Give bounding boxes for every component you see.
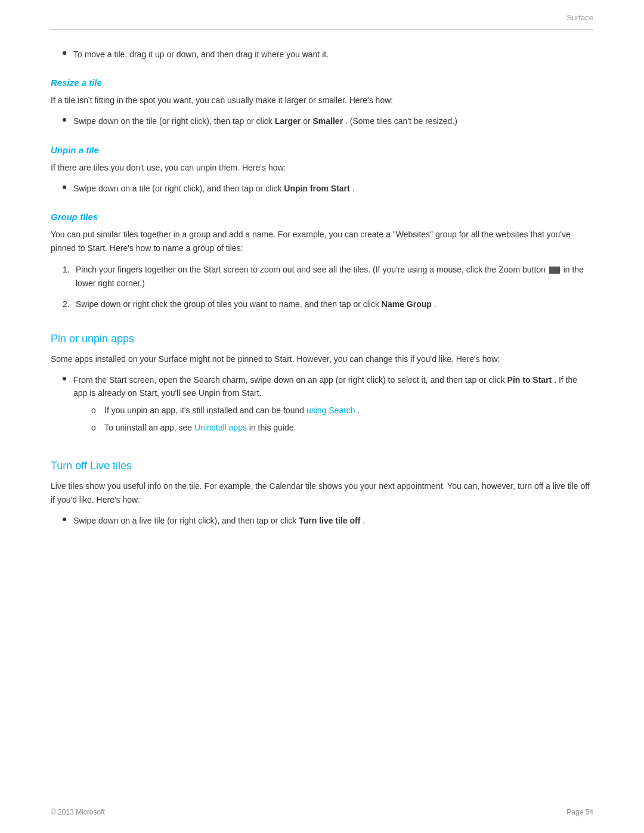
pin-sub1-end: . (358, 405, 360, 415)
intro-bullet-section: To move a tile, drag it up or down, and … (51, 48, 593, 61)
group-intro: You can put similar tiles together in a … (51, 228, 593, 255)
unpin-bold: Unpin from Start (284, 184, 349, 193)
resize-intro: If a tile isn't fitting in the spot you … (51, 94, 593, 107)
group-item2-bold: Name Group (382, 299, 432, 309)
unpin-bullet-text: Swipe down on a tile (or right click), a… (73, 182, 355, 195)
zoom-button-icon (549, 267, 560, 274)
pin-bullet-start: From the Start screen, open the Search c… (73, 375, 505, 385)
resize-end: . (Some tiles can't be resized.) (345, 116, 457, 126)
group-item-2-label: 2. (63, 298, 76, 311)
pin-bold: Pin to Start (507, 375, 552, 385)
unpin-heading: Unpin a tile (51, 145, 593, 155)
pin-sub1-text: If you unpin an app, it's still installe… (104, 404, 360, 417)
resize-bullet-text: Swipe down on the tile (or right click),… (73, 114, 457, 128)
resize-larger: Larger (275, 116, 301, 126)
content: To move a tile, drag it up or down, and … (51, 30, 593, 568)
sub-bullet-o-1: o (91, 404, 104, 417)
resize-or: or (303, 116, 312, 126)
live-bullet-item: Swipe down on a live tile (or right clic… (51, 514, 593, 527)
live-intro: Live tiles show you useful info on the t… (51, 479, 593, 507)
group-item-1: 1. Pinch your fingers together on the St… (63, 263, 593, 290)
footer: © 2013 Microsoft Page 54 (51, 808, 593, 816)
resize-bullet-start: Swipe down on the tile (or right click),… (73, 116, 273, 126)
header-title: Surface (566, 13, 593, 22)
live-bold: Turn live tile off (299, 516, 360, 525)
group-item-2: 2. Swipe down or right click the group o… (63, 298, 593, 311)
group-numbered-list: 1. Pinch your fingers together on the St… (51, 263, 593, 311)
sub-bullet-o-2: o (91, 421, 104, 435)
group-item1-start: Pinch your fingers together on the Start… (76, 265, 546, 274)
unpin-bullet-item: Swipe down on a tile (or right click), a… (51, 182, 593, 195)
bullet-dot (63, 51, 66, 55)
unpin-intro: If there are tiles you don't use, you ca… (51, 161, 593, 175)
bullet-dot-unpin (63, 185, 66, 189)
pin-heading: Pin or unpin apps (51, 333, 593, 345)
group-heading: Group tiles (51, 212, 593, 222)
footer-page: Page 54 (566, 808, 593, 816)
bullet-dot-resize (63, 118, 66, 122)
live-heading: Turn off Live tiles (51, 460, 593, 472)
bullet-dot-pin (63, 377, 66, 380)
pin-sub-bullets: o If you unpin an app, it's still instal… (73, 404, 593, 435)
pin-sub1-link[interactable]: using Search (306, 405, 355, 415)
group-item2-end: . (434, 299, 436, 309)
live-bullet-text: Swipe down on a live tile (or right clic… (73, 514, 365, 527)
live-end: . (363, 516, 365, 525)
group-item2-start: Swipe down or right click the group of t… (76, 299, 379, 309)
pin-sub2-end: in this guide. (249, 423, 296, 432)
bullet-dot-live (63, 518, 66, 521)
pin-intro: Some apps installed on your Surface migh… (51, 352, 593, 366)
group-item-1-label: 1. (63, 263, 76, 277)
unpin-bullet-start: Swipe down on a tile (or right click), a… (73, 184, 281, 193)
pin-sub2-link[interactable]: Uninstall apps (194, 423, 247, 432)
pin-bullet-text: From the Start screen, open the Search c… (73, 373, 593, 438)
pin-bullet-item: From the Start screen, open the Search c… (51, 373, 593, 438)
pin-sub1: o If you unpin an app, it's still instal… (91, 404, 593, 417)
header: Surface (51, 0, 593, 30)
group-item-2-text: Swipe down or right click the group of t… (76, 298, 436, 311)
pin-sub1-start: If you unpin an app, it's still installe… (104, 405, 304, 415)
intro-bullet-item: To move a tile, drag it up or down, and … (51, 48, 593, 61)
footer-copyright: © 2013 Microsoft (51, 808, 105, 816)
resize-smaller: Smaller (313, 116, 343, 126)
pin-sub2: o To uninstall an app, see Uninstall app… (91, 421, 593, 435)
resize-heading: Resize a tile (51, 78, 593, 88)
page: Surface To move a tile, drag it up or do… (0, 0, 644, 833)
resize-bullet-item: Swipe down on the tile (or right click),… (51, 114, 593, 128)
unpin-heading-italic: Unpin (51, 145, 76, 155)
group-item-1-text: Pinch your fingers together on the Start… (76, 263, 593, 290)
intro-bullet-text: To move a tile, drag it up or down, and … (73, 48, 329, 61)
unpin-end: . (352, 184, 355, 193)
pin-sub2-text: To uninstall an app, see Uninstall apps … (104, 421, 296, 435)
live-bullet-start: Swipe down on a live tile (or right clic… (73, 516, 296, 525)
pin-sub2-start: To uninstall an app, see (104, 423, 192, 432)
unpin-heading-plain: a tile (76, 145, 99, 155)
